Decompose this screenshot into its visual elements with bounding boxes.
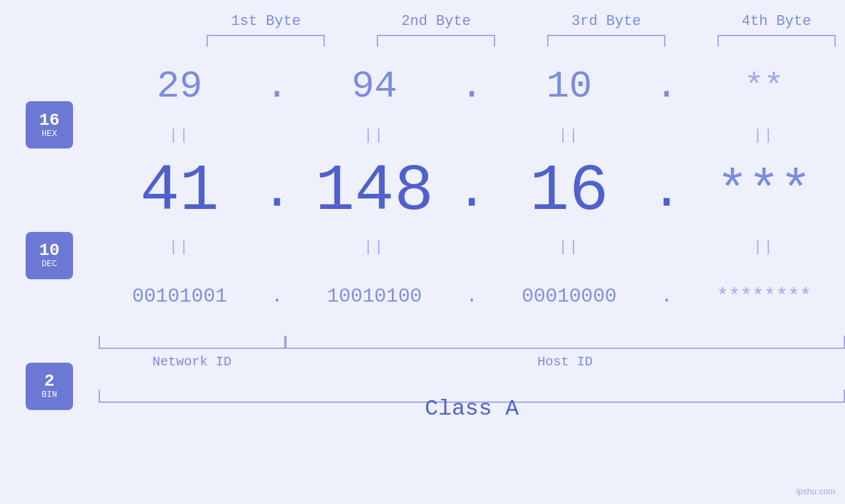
equals-sign-1c: ||: [558, 127, 579, 144]
byte-bracket-top-4: [717, 35, 836, 47]
hex-dot-3: .: [650, 65, 683, 108]
dec-row: 41 . 148 . 16 . ***: [99, 145, 845, 237]
network-id-label: Network ID: [99, 349, 285, 369]
host-bracket-line: [285, 336, 845, 349]
badge-bin-number: 2: [44, 373, 55, 390]
hex-dot-2: .: [456, 65, 489, 108]
badge-hex-number: 16: [39, 112, 59, 129]
equals-sign-2d: ||: [754, 239, 775, 256]
hex-row: 29 . 94 . 10 . **: [99, 47, 845, 126]
host-id-label: Host ID: [285, 349, 845, 369]
badge-hex-label: HEX: [41, 129, 57, 139]
byte-bracket-top-2: [377, 35, 495, 47]
badges-col: 16 HEX 10 DEC 2 BIN: [0, 47, 99, 504]
byte-label-4: 4th Byte: [742, 13, 811, 30]
byte-col-2: 2nd Byte: [368, 13, 505, 47]
byte-bracket-top-3: [547, 35, 665, 47]
bin-cell-4: ********: [683, 285, 845, 308]
dec-value-2: 148: [315, 154, 433, 229]
byte-bracket-top-1: [206, 35, 325, 47]
badge-bin: 2 BIN: [26, 363, 73, 410]
hex-cell-1: 29: [99, 65, 260, 108]
equals-sign-2c: ||: [558, 239, 579, 256]
byte-label-1: 1st Byte: [231, 13, 301, 30]
equals-sign-1d: ||: [754, 127, 775, 144]
network-id-section: Network ID: [99, 336, 285, 369]
class-label-container: Class A: [99, 396, 845, 421]
bin-dot-2: .: [456, 285, 489, 308]
hex-value-1: 29: [157, 65, 203, 108]
equals-sign-1a: ||: [169, 127, 190, 144]
hex-cell-3: 10: [489, 65, 650, 108]
badge-dec: 10 DEC: [26, 232, 73, 279]
host-id-section: Host ID: [285, 336, 845, 369]
byte-label-3: 3rd Byte: [571, 13, 641, 30]
equals-sign-1b: ||: [364, 127, 385, 144]
dec-dot-2: .: [456, 162, 489, 221]
bottom-section: Network ID Host ID Class A: [99, 336, 845, 421]
byte-col-3: 3rd Byte: [538, 13, 675, 47]
byte-col-1: 1st Byte: [197, 13, 335, 47]
bin-dot-3: .: [650, 285, 683, 308]
hex-stars: **: [744, 68, 784, 105]
bin-cell-2: 10010100: [293, 285, 455, 308]
byte-label-2: 2nd Byte: [401, 13, 471, 30]
hex-cell-2: 94: [293, 65, 455, 108]
bin-value-3: 00010000: [522, 285, 617, 308]
rows-area: 16 HEX 10 DEC 2 BIN 29 .: [0, 47, 845, 504]
bin-cell-3: 00010000: [489, 285, 650, 308]
hex-value-3: 10: [546, 65, 592, 108]
badge-hex: 16 HEX: [26, 101, 73, 149]
hex-dot-1: .: [260, 65, 293, 108]
bin-cell-1: 00101001: [99, 285, 260, 308]
bin-value-2: 10010100: [327, 285, 422, 308]
dec-dot-3: .: [650, 162, 683, 221]
badge-dec-label: DEC: [41, 259, 57, 269]
byte-col-4: 4th Byte: [708, 13, 845, 47]
bin-dot-1: .: [260, 285, 293, 308]
main-container: 1st Byte 2nd Byte 3rd Byte 4th Byte 16 H…: [0, 0, 845, 504]
content-col: 29 . 94 . 10 . **: [99, 47, 845, 504]
bin-value-1: 00101001: [132, 285, 227, 308]
badge-dec-number: 10: [39, 242, 59, 259]
dec-stars: ***: [717, 162, 811, 221]
bin-row: 00101001 . 10010100 . 00010000 .: [99, 257, 845, 336]
byte-headers: 1st Byte 2nd Byte 3rd Byte 4th Byte: [0, 0, 845, 47]
class-label: Class A: [425, 396, 519, 421]
dec-dot-1: .: [260, 162, 293, 221]
dec-cell-4: ***: [683, 162, 845, 221]
bin-stars: ********: [717, 285, 811, 308]
equals-row-2: || || || ||: [99, 237, 845, 257]
hex-cell-4: **: [683, 68, 845, 105]
dec-cell-3: 16: [489, 154, 650, 229]
equals-row-1: || || || ||: [99, 126, 845, 145]
dec-cell-1: 41: [99, 154, 260, 229]
dec-value-3: 16: [530, 154, 609, 229]
equals-sign-2b: ||: [364, 239, 385, 256]
hex-value-2: 94: [352, 65, 398, 108]
equals-sign-2a: ||: [169, 239, 190, 256]
watermark: ipshu.com: [796, 486, 835, 496]
dec-value-1: 41: [140, 154, 219, 229]
badge-bin-label: BIN: [41, 390, 57, 400]
dec-cell-2: 148: [293, 154, 455, 229]
network-bracket-line: [99, 336, 285, 349]
